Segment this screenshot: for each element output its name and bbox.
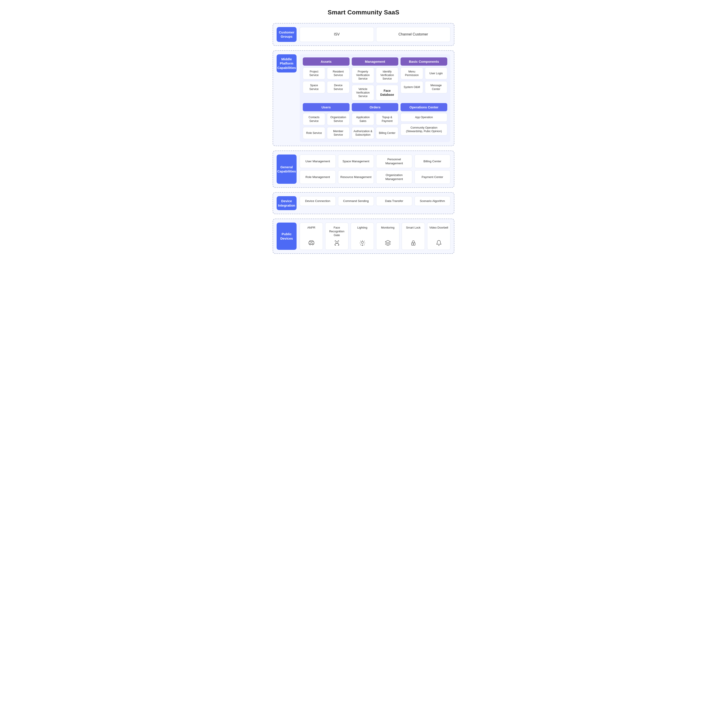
space-management-box: Space Management bbox=[338, 154, 374, 168]
users-row2: Role Service Member Service bbox=[303, 127, 350, 139]
assets-group: Assets ProjectService ResidentService Sp… bbox=[303, 57, 350, 101]
channel-customer-box: Channel Customer bbox=[376, 27, 451, 42]
users-header: Users bbox=[303, 103, 350, 111]
management-row1: Property Verification Service Identify V… bbox=[352, 67, 399, 83]
public-devices-content: ANPR Face Recognition Gate bbox=[300, 223, 451, 250]
lighting-label: Lighting bbox=[357, 226, 368, 229]
device-integration-section: DeviceIntegration Device Connection Comm… bbox=[273, 192, 454, 214]
identify-verification-box: Identify Verification Service bbox=[376, 67, 398, 83]
assets-items: ProjectService ResidentService SpaceServ… bbox=[303, 67, 350, 93]
operations-row1: App Operation bbox=[400, 113, 447, 121]
general-capabilities-section: GeneralCapabilities User Management Spac… bbox=[273, 150, 454, 188]
orders-group: Orders Application Sales Topup & Payment… bbox=[352, 103, 399, 139]
page-title: Smart Community SaaS bbox=[273, 9, 454, 16]
payment-center-box: Payment Center bbox=[414, 170, 451, 184]
users-items: Contacts Service Organization Service Ro… bbox=[303, 113, 350, 139]
command-sending-box: Command Sending bbox=[338, 196, 374, 206]
operations-center-items: App Operation Community Operation(Stewar… bbox=[400, 113, 447, 135]
smart-lock-card: Smart Lock bbox=[402, 223, 425, 250]
monitoring-card: Monitoring bbox=[376, 223, 399, 250]
smart-lock-label: Smart Lock bbox=[406, 226, 421, 229]
basic-components-group: Basic Components Menu Permission User Lo… bbox=[400, 57, 447, 101]
orders-header: Orders bbox=[352, 103, 399, 111]
smart-lock-icon bbox=[410, 240, 417, 248]
public-devices-section: PublicDevices ANPR bbox=[273, 219, 454, 254]
project-service-box: ProjectService bbox=[303, 67, 325, 80]
page-wrapper: Smart Community SaaS CustomerGroups ISV … bbox=[273, 9, 454, 258]
users-row1: Contacts Service Organization Service bbox=[303, 113, 350, 125]
orders-row2: Authorization & Subscription Billing Cen… bbox=[352, 127, 399, 139]
device-integration-grid: Device Connection Command Sending Data T… bbox=[300, 196, 451, 206]
general-grid: User Management Space Management Personn… bbox=[300, 154, 451, 184]
operations-center-group: Operations Center App Operation Communit… bbox=[400, 103, 447, 139]
general-capabilities-content: User Management Space Management Personn… bbox=[300, 154, 451, 184]
general-capabilities-label: GeneralCapabilities bbox=[276, 154, 296, 184]
face-database-box: Face Database bbox=[376, 85, 398, 101]
operations-row2: Community Operation(Stewardship, Pubic O… bbox=[400, 124, 447, 136]
face-recognition-gate-card: Face Recognition Gate bbox=[325, 223, 348, 250]
resident-service-box: ResidentService bbox=[327, 67, 349, 80]
device-integration-label: DeviceIntegration bbox=[276, 196, 296, 210]
orders-row1: Application Sales Topup & Payment bbox=[352, 113, 399, 125]
customer-groups-section: CustomerGroups ISV Channel Customer bbox=[273, 23, 454, 46]
space-service-box: SpaceService bbox=[303, 81, 325, 93]
message-center-box: Message Center bbox=[425, 81, 447, 93]
contacts-service-box: Contacts Service bbox=[303, 113, 325, 125]
management-header: Management bbox=[352, 57, 399, 66]
bottom-row-groups: Users Contacts Service Organization Serv… bbox=[303, 103, 447, 139]
community-operation-box: Community Operation(Stewardship, Pubic O… bbox=[400, 124, 447, 136]
management-items: Property Verification Service Identify V… bbox=[352, 67, 399, 101]
device-service-box: DeviceService bbox=[327, 81, 349, 93]
data-transfer-box: Data Transfer bbox=[376, 196, 412, 206]
middle-platform-section: MiddlePlatformCapabilities Assets Projec… bbox=[273, 50, 454, 146]
face-recognition-gate-label: Face Recognition Gate bbox=[327, 226, 347, 237]
menu-permission-box: Menu Permission bbox=[400, 67, 423, 80]
basic-components-items: Menu Permission User Login System O&M Me… bbox=[400, 67, 447, 93]
orders-items: Application Sales Topup & Payment Author… bbox=[352, 113, 399, 139]
svg-point-2 bbox=[312, 244, 313, 245]
svg-point-5 bbox=[361, 242, 363, 243]
video-doorbell-label: Video Doorbell bbox=[429, 226, 448, 229]
anpr-label: ANPR bbox=[307, 226, 315, 229]
general-billing-center-box: Billing Center bbox=[414, 154, 451, 168]
device-connection-box: Device Connection bbox=[300, 196, 336, 206]
top-row-groups: Assets ProjectService ResidentService Sp… bbox=[303, 57, 447, 101]
management-group: Management Property Verification Service… bbox=[352, 57, 399, 101]
public-devices-label: PublicDevices bbox=[276, 223, 296, 250]
svg-line-12 bbox=[360, 245, 360, 245]
basic-row2: System O&M Message Center bbox=[400, 81, 447, 93]
assets-row1: ProjectService ResidentService bbox=[303, 67, 350, 80]
isv-box: ISV bbox=[300, 27, 374, 42]
middle-platform-label: MiddlePlatformCapabilities bbox=[276, 54, 296, 73]
application-sales-box: Application Sales bbox=[352, 113, 374, 125]
resource-management-box: Resource Management bbox=[338, 170, 374, 184]
basic-components-header: Basic Components bbox=[400, 57, 447, 66]
billing-center-box: Billing Center bbox=[376, 127, 398, 139]
user-management-box: User Management bbox=[300, 154, 336, 168]
topup-payment-box: Topup & Payment bbox=[376, 113, 398, 125]
member-service-box: Member Service bbox=[327, 127, 349, 139]
vehicle-verification-box: Vehicle Verification Service bbox=[352, 85, 374, 101]
users-group: Users Contacts Service Organization Serv… bbox=[303, 103, 350, 139]
user-login-box: User Login bbox=[425, 67, 447, 80]
middle-platform-content: Assets ProjectService ResidentService Sp… bbox=[300, 54, 451, 142]
anpr-card: ANPR bbox=[300, 223, 323, 250]
authorization-subscription-box: Authorization & Subscription bbox=[352, 127, 374, 139]
anpr-icon bbox=[308, 240, 315, 248]
organization-management-box: Organization Management bbox=[376, 170, 412, 184]
management-row2: Vehicle Verification Service Face Databa… bbox=[352, 85, 399, 101]
customer-groups-label: CustomerGroups bbox=[276, 27, 296, 42]
svg-line-8 bbox=[360, 241, 360, 242]
assets-row2: SpaceService DeviceService bbox=[303, 81, 350, 93]
svg-point-16 bbox=[413, 244, 414, 245]
svg-line-9 bbox=[364, 245, 364, 245]
lighting-card: Lighting bbox=[351, 223, 374, 250]
public-devices-grid: ANPR Face Recognition Gate bbox=[300, 223, 451, 250]
assets-header: Assets bbox=[303, 57, 350, 66]
svg-point-1 bbox=[309, 244, 311, 245]
role-management-box: Role Management bbox=[300, 170, 336, 184]
video-doorbell-card: Video Doorbell bbox=[427, 223, 451, 250]
device-integration-content: Device Connection Command Sending Data T… bbox=[300, 196, 451, 210]
organization-service-box: Organization Service bbox=[327, 113, 349, 125]
video-doorbell-icon bbox=[436, 240, 442, 248]
